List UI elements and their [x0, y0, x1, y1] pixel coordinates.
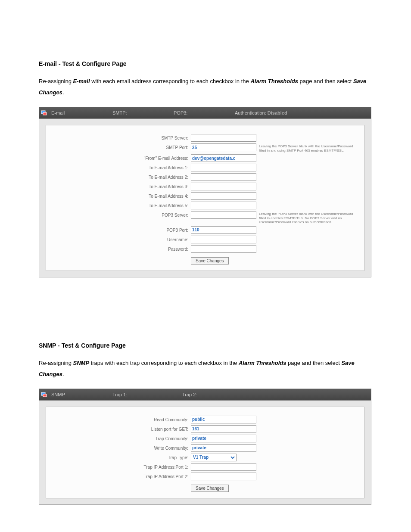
- label-write-comm: Write Community:: [46, 444, 191, 451]
- svg-rect-1: [43, 112, 47, 115]
- label-pop3-port: POP3 Port:: [46, 226, 191, 233]
- label-smtp-server: SMTP Server:: [46, 134, 191, 140]
- input-to5[interactable]: [191, 202, 256, 209]
- label-to3: To E-mail Address 3:: [46, 183, 191, 189]
- panel-header-snmp: SNMP Trap 1: Trap 2:: [39, 389, 371, 401]
- header-pop3-label: POP3:: [174, 110, 187, 115]
- text: with each email address corresponding to…: [90, 78, 251, 84]
- input-to4[interactable]: [191, 192, 256, 200]
- text-bold: E-mail: [73, 78, 90, 84]
- help-smtp-port: Leaving the POP3 Server blank with the U…: [255, 143, 358, 152]
- label-read-comm: Read Community:: [46, 416, 191, 422]
- label-to4: To E-mail Address 4:: [46, 192, 191, 199]
- label-from-addr: "From" E-mail Address:: [46, 154, 191, 161]
- text: Re-assigning: [39, 360, 73, 366]
- input-to1[interactable]: [191, 164, 256, 171]
- label-listen-port: Listen port for GET:: [46, 425, 191, 432]
- label-password: Password:: [46, 245, 191, 252]
- header-trap2-label: Trap 2:: [182, 392, 197, 397]
- header-title: SNMP: [49, 392, 110, 397]
- input-password[interactable]: [191, 245, 256, 253]
- input-username[interactable]: [191, 236, 256, 243]
- header-smtp-label: SMTP:: [112, 110, 127, 115]
- input-to3[interactable]: [191, 183, 256, 190]
- text: Re-assigning: [39, 78, 73, 84]
- input-smtp-port[interactable]: [191, 143, 256, 151]
- input-write-comm[interactable]: [191, 444, 256, 452]
- section-para-snmp: Re-assigning SNMP traps with each trap c…: [39, 358, 372, 380]
- section-title-email: E-mail - Test & Configure Page: [39, 60, 372, 67]
- section-para-email: Re-assigning E-mail with each email addr…: [39, 76, 372, 98]
- text-bold: Alarm Thresholds: [250, 78, 298, 84]
- label-pop3-server: POP3 Server:: [46, 211, 191, 218]
- svg-rect-3: [43, 394, 47, 397]
- save-changes-button[interactable]: Save Changes: [191, 257, 229, 264]
- app-icon: [39, 389, 49, 400]
- input-listen-port[interactable]: [191, 425, 256, 433]
- text: traps with each trap corresponding to ea…: [89, 360, 239, 366]
- label-username: Username:: [46, 236, 191, 242]
- input-pop3-port[interactable]: [191, 226, 256, 234]
- text: .: [62, 371, 64, 377]
- save-changes-button[interactable]: Save Changes: [191, 485, 229, 492]
- input-trap-ip1[interactable]: [191, 463, 256, 471]
- panel-snmp: SNMP Trap 1: Trap 2: Read Community: Lis…: [39, 389, 371, 505]
- text-bold: Alarm Thresholds: [239, 360, 286, 366]
- label-to5: To E-mail Address 5:: [46, 202, 191, 208]
- input-read-comm[interactable]: [191, 416, 256, 423]
- label-smtp-port: SMTP Port:: [46, 143, 191, 150]
- label-to1: To E-mail Address 1:: [46, 164, 191, 170]
- text: page and then select: [286, 360, 341, 366]
- header-trap1-label: Trap 1:: [112, 392, 127, 397]
- text-bold: SNMP: [73, 360, 90, 366]
- header-title: E-mail: [49, 110, 110, 115]
- panel-email: E-mail SMTP: POP3: Authentication: Disab…: [39, 107, 371, 277]
- input-smtp-server[interactable]: [191, 134, 256, 142]
- help-pop3-server: Leaving the POP3 Server blank with the U…: [255, 211, 358, 224]
- input-from-addr[interactable]: [191, 154, 256, 162]
- app-icon: [39, 107, 49, 118]
- label-trap-ip2: Trap IP Address:Port 2:: [46, 473, 191, 479]
- section-title-snmp: SNMP - Test & Configure Page: [39, 342, 372, 349]
- header-auth-value: Disabled: [268, 110, 287, 115]
- inner-panel-email: SMTP Server: SMTP Port: Leaving the POP3…: [46, 125, 364, 271]
- input-pop3-server[interactable]: [191, 211, 256, 219]
- input-trap-ip2[interactable]: [191, 473, 256, 480]
- label-trap-comm: Trap Community:: [46, 435, 191, 441]
- input-to2[interactable]: [191, 173, 256, 181]
- label-trap-type: Trap Type:: [46, 454, 191, 460]
- text: .: [62, 89, 64, 96]
- text: page and then select: [298, 78, 353, 84]
- input-trap-comm[interactable]: [191, 435, 256, 442]
- select-trap-type[interactable]: V1 Trap: [191, 454, 237, 461]
- inner-panel-snmp: Read Community: Listen port for GET: Tra…: [46, 407, 364, 498]
- label-to2: To E-mail Address 2:: [46, 173, 191, 180]
- header-auth-label: Authentication:: [235, 110, 266, 115]
- panel-header-email: E-mail SMTP: POP3: Authentication: Disab…: [39, 107, 371, 119]
- label-trap-ip1: Trap IP Address:Port 1:: [46, 463, 191, 470]
